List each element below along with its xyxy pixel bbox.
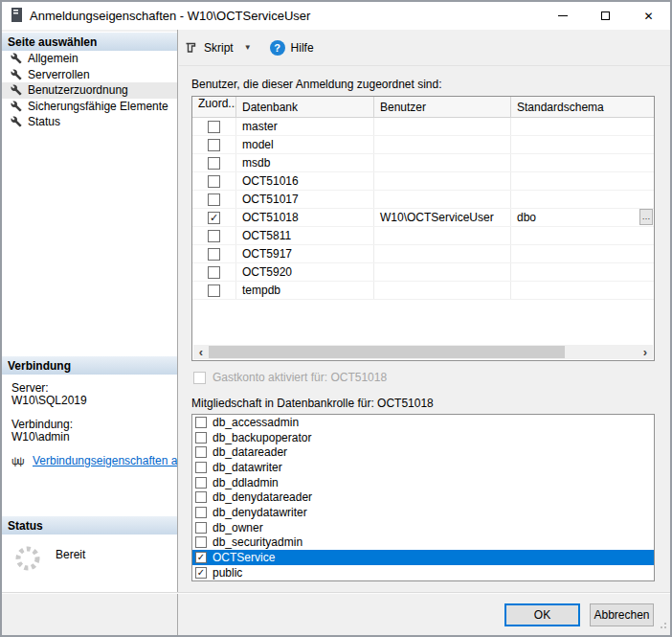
role-item-db-ddladmin[interactable]: db_ddladmin bbox=[192, 475, 654, 490]
maximize-button[interactable] bbox=[584, 2, 627, 30]
schema-cell[interactable] bbox=[511, 263, 654, 281]
role-item-db-datareader[interactable]: db_datareader bbox=[192, 444, 654, 460]
database-cell[interactable]: tempdb bbox=[236, 282, 374, 299]
map-checkbox[interactable] bbox=[208, 230, 220, 242]
database-cell[interactable]: OCT51016 bbox=[236, 172, 374, 190]
ok-button[interactable]: OK bbox=[504, 603, 580, 626]
role-item-db-owner[interactable]: db_owner bbox=[192, 520, 654, 535]
role-checkbox[interactable] bbox=[195, 491, 207, 503]
sidebar-item-label: Status bbox=[28, 115, 60, 128]
role-item-db-backupoperator[interactable]: db_backupoperator bbox=[192, 430, 654, 445]
database-cell[interactable]: OCT5811 bbox=[236, 227, 374, 244]
section-header-connection: Verbindung bbox=[2, 355, 177, 375]
column-header-user[interactable]: Benutzer bbox=[374, 97, 511, 117]
cancel-button[interactable]: Abbrechen bbox=[590, 603, 654, 626]
role-item-db-accessadmin[interactable]: db_accessadmin bbox=[192, 415, 654, 430]
minimize-icon bbox=[558, 15, 568, 16]
map-checkbox[interactable] bbox=[208, 121, 220, 133]
guest-account-row: Gastkonto aktiviert für: OCT51018 bbox=[193, 371, 387, 384]
minimize-button[interactable] bbox=[541, 2, 584, 30]
mapped-cell bbox=[192, 227, 236, 244]
schema-cell[interactable] bbox=[511, 172, 654, 190]
role-checkbox[interactable]: ✓ bbox=[195, 567, 207, 579]
database-cell[interactable]: OCT51018 bbox=[236, 209, 374, 226]
scrollbar-thumb[interactable] bbox=[209, 346, 565, 358]
map-checkbox[interactable] bbox=[208, 175, 220, 188]
database-cell[interactable]: master bbox=[236, 118, 374, 135]
connection-value: W10\admin bbox=[11, 431, 177, 444]
user-cell[interactable] bbox=[374, 136, 511, 153]
role-label: public bbox=[213, 566, 242, 580]
user-cell[interactable] bbox=[374, 263, 511, 281]
script-dropdown-arrow[interactable]: ▼ bbox=[238, 40, 258, 55]
table-row: master bbox=[192, 118, 654, 136]
schema-cell[interactable] bbox=[511, 282, 654, 299]
user-cell[interactable] bbox=[374, 191, 511, 208]
horizontal-scrollbar[interactable]: ‹ › bbox=[193, 345, 653, 359]
user-cell[interactable] bbox=[374, 245, 511, 262]
user-cell[interactable] bbox=[374, 154, 511, 171]
schema-cell[interactable] bbox=[511, 154, 654, 171]
user-cell[interactable]: W10\OCTServiceUser bbox=[374, 209, 511, 226]
role-item-octservice[interactable]: ✓OCTService bbox=[192, 550, 654, 565]
role-checkbox[interactable] bbox=[195, 432, 207, 444]
map-checkbox[interactable] bbox=[208, 139, 220, 151]
column-header-schema[interactable]: Standardschema bbox=[511, 97, 654, 117]
role-checkbox[interactable] bbox=[195, 446, 207, 458]
map-checkbox[interactable] bbox=[208, 157, 220, 170]
database-cell[interactable]: OCT51017 bbox=[236, 191, 374, 208]
user-cell[interactable] bbox=[374, 172, 511, 190]
user-mapping-table: Zuord... Datenbank Benutzer Standardsche… bbox=[191, 96, 655, 361]
map-checkbox[interactable] bbox=[208, 266, 220, 279]
view-connection-properties-link[interactable]: Verbindungseigenschaften anz bbox=[33, 455, 177, 467]
role-item-db-denydatawriter[interactable]: db_denydatawriter bbox=[192, 505, 654, 520]
map-checkbox[interactable]: ✓ bbox=[208, 212, 220, 224]
close-button[interactable]: ✕ bbox=[627, 2, 670, 30]
schema-cell[interactable] bbox=[511, 245, 654, 262]
browse-button[interactable]: … bbox=[639, 209, 653, 225]
role-checkbox[interactable] bbox=[195, 536, 207, 548]
resize-grip[interactable] bbox=[658, 619, 667, 632]
scroll-right-icon[interactable]: › bbox=[638, 345, 653, 359]
role-label: OCTService bbox=[213, 551, 275, 564]
role-checkbox[interactable] bbox=[195, 507, 207, 518]
role-checkbox[interactable] bbox=[195, 417, 207, 428]
sidebar-item-sicherungsf-hige-elemente[interactable]: Sicherungsfähige Elemente bbox=[2, 99, 177, 115]
map-checkbox[interactable] bbox=[208, 193, 220, 206]
map-checkbox[interactable] bbox=[208, 248, 220, 261]
schema-cell[interactable] bbox=[511, 227, 654, 244]
map-checkbox[interactable] bbox=[208, 284, 220, 297]
sidebar-item-benutzerzuordnung[interactable]: Benutzerzuordnung bbox=[2, 82, 177, 99]
user-cell[interactable] bbox=[374, 118, 511, 135]
sidebar-item-status[interactable]: Status bbox=[2, 114, 177, 130]
schema-cell[interactable]: dbo… bbox=[511, 209, 654, 226]
role-item-db-denydatareader[interactable]: db_denydatareader bbox=[192, 489, 654, 505]
schema-cell[interactable] bbox=[511, 136, 654, 153]
role-item-public[interactable]: ✓public bbox=[192, 565, 654, 580]
schema-cell[interactable] bbox=[511, 118, 654, 135]
database-cell[interactable]: OCT5920 bbox=[236, 263, 374, 281]
schema-cell[interactable] bbox=[511, 191, 654, 208]
column-header-mapped[interactable]: Zuord... bbox=[192, 97, 236, 117]
role-checkbox[interactable] bbox=[195, 462, 207, 473]
table-header-row: Zuord... Datenbank Benutzer Standardsche… bbox=[192, 97, 654, 118]
sidebar-item-serverrollen[interactable]: Serverrollen bbox=[2, 67, 177, 83]
database-cell[interactable]: model bbox=[236, 136, 374, 153]
role-item-db-securityadmin[interactable]: db_securityadmin bbox=[192, 535, 654, 551]
script-button[interactable]: Skript bbox=[179, 37, 238, 57]
scroll-left-icon[interactable]: ‹ bbox=[193, 345, 209, 359]
role-checkbox[interactable] bbox=[195, 477, 207, 489]
table-row: OCT51016 bbox=[192, 172, 654, 191]
connection-properties-icon: ψψ bbox=[11, 455, 33, 467]
role-checkbox[interactable]: ✓ bbox=[195, 552, 207, 563]
role-checkbox[interactable] bbox=[195, 522, 207, 534]
role-item-db-datawriter[interactable]: db_datawriter bbox=[192, 460, 654, 475]
user-cell[interactable] bbox=[374, 282, 511, 299]
sidebar-item-allgemein[interactable]: Allgemein bbox=[2, 51, 177, 67]
user-cell[interactable] bbox=[374, 227, 511, 244]
database-cell[interactable]: msdb bbox=[236, 154, 374, 171]
help-button[interactable]: ? Hilfe bbox=[265, 37, 319, 58]
column-header-database[interactable]: Datenbank bbox=[236, 97, 374, 117]
mapped-cell bbox=[192, 136, 236, 153]
database-cell[interactable]: OCT5917 bbox=[236, 245, 374, 262]
